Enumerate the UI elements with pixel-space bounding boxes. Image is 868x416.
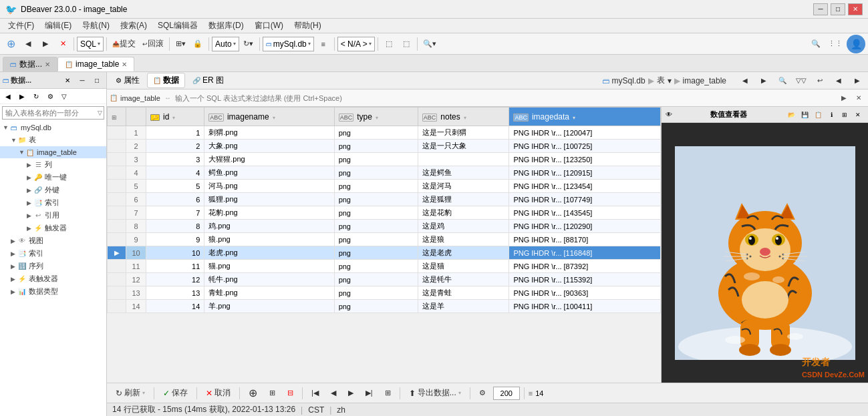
tree-item-datatypes[interactable]: ▶ 📊 数据类型: [0, 285, 106, 298]
sidebar-expand-button[interactable]: ▶: [15, 90, 29, 102]
save-button[interactable]: ✓ 保存: [158, 386, 192, 401]
navigate-forward-button[interactable]: ▶: [756, 73, 772, 89]
sidebar-config-button[interactable]: ⚙: [43, 90, 57, 102]
cancel-button[interactable]: ✕ 取消: [201, 386, 235, 401]
th-notes[interactable]: ABC notes ▾: [418, 108, 509, 126]
table-row[interactable]: 1414羊.pngpng这是羊PNG IHDR \r... [100411]: [108, 300, 661, 313]
tab-image-table[interactable]: 📋 image_table ✕: [57, 57, 134, 71]
menubar-item[interactable]: 文件(F): [3, 19, 39, 33]
navigate-back-button[interactable]: ◀: [737, 73, 753, 89]
tree-item-columns[interactable]: ▶ ☰ 列: [0, 158, 106, 171]
row-delete-button[interactable]: ⊟: [283, 386, 298, 401]
table-row[interactable]: 66狐狸.pngpng这是狐狸PNG IHDR \r... [107749]: [108, 193, 661, 206]
table-row[interactable]: 99狼.pngpng这是狼PNG IHDR \r... [88170]: [108, 233, 661, 246]
tx-button2[interactable]: ⬚: [398, 36, 414, 52]
navigate-prev-button[interactable]: ◀: [831, 73, 847, 89]
navigate-next-button[interactable]: ▶: [849, 73, 865, 89]
table-row[interactable]: 77花豹.pngpng这是花豹PNG IHDR \r... [143545]: [108, 206, 661, 220]
new-button[interactable]: ⊕: [3, 36, 19, 52]
next-page-button[interactable]: ▶: [343, 386, 358, 401]
sidebar-refresh-button[interactable]: ↻: [29, 90, 43, 102]
menubar-item[interactable]: 编辑(E): [39, 19, 77, 33]
filter-input[interactable]: [175, 94, 835, 102]
auto-dropdown[interactable]: Auto ▾: [212, 37, 239, 51]
table-row[interactable]: 44鳄鱼.pngpng这是鳄鱼PNG IHDR \r... [120915]: [108, 166, 661, 180]
menubar-item[interactable]: 搜索(A): [115, 19, 152, 33]
tree-item-index[interactable]: ▶ 📑 索引: [0, 196, 106, 209]
table-row[interactable]: 33大猩猩.pngpngPNG IHDR \r... [123250]: [108, 153, 661, 166]
first-page-button[interactable]: |◀: [307, 386, 323, 401]
vv-copy-button[interactable]: 📋: [812, 110, 824, 120]
row-add-button[interactable]: ⊕: [244, 386, 262, 401]
sidebar-search-input[interactable]: [5, 109, 98, 117]
refresh-toolbar-button[interactable]: ↻▾: [241, 36, 257, 52]
menubar-item[interactable]: 帮助(H): [289, 19, 327, 33]
close-button[interactable]: ✕: [848, 3, 863, 15]
table-row[interactable]: 1212牦牛.pngpng这是牦牛PNG IHDR \r... [115392]: [108, 273, 661, 286]
schema-dropdown[interactable]: < N/A > ▾: [337, 37, 375, 51]
sidebar-filter-button[interactable]: ▽: [57, 90, 71, 102]
row-copy-button[interactable]: ⊞: [265, 386, 280, 401]
tab-data-close[interactable]: ✕: [45, 61, 50, 68]
user-avatar[interactable]: 👤: [847, 35, 865, 53]
sidebar-close-button[interactable]: ✕: [61, 74, 74, 86]
tree-item-tables[interactable]: ▼ 📁 表: [0, 134, 106, 146]
tab-image-close[interactable]: ✕: [122, 61, 127, 68]
table-row[interactable]: 1313青蛙.pngpng这是青蛙PNG IHDR \r... [90363]: [108, 286, 661, 300]
filter-apply-button[interactable]: ▶: [837, 92, 851, 104]
global-search-button[interactable]: 🔍: [808, 36, 824, 52]
maximize-button[interactable]: □: [831, 3, 845, 15]
search-button[interactable]: 🔍▾: [420, 36, 439, 52]
db-action-button[interactable]: ≡: [315, 36, 331, 52]
tree-item-views[interactable]: ▶ 👁 视图: [0, 234, 106, 247]
filter-btn1[interactable]: 🔍: [774, 73, 790, 89]
tab-data[interactable]: 🗃 数据... ✕: [3, 57, 57, 71]
table-row[interactable]: 22大象.pngpng这是一只大象PNG IHDR \r... [100725]: [108, 140, 661, 153]
refresh-button[interactable]: ↻ 刷新 ▾: [111, 386, 150, 401]
sidebar-collapse-button[interactable]: ◀: [1, 90, 15, 102]
tx-button1[interactable]: ⬚: [381, 36, 397, 52]
lock-button[interactable]: 🔒: [190, 36, 206, 52]
stop-button[interactable]: ✕: [55, 36, 71, 52]
minimize-button[interactable]: ─: [813, 3, 828, 15]
th-id[interactable]: 🔑 id ▾: [146, 108, 204, 126]
tree-item-unique[interactable]: ▶ 🔑 唯一键: [0, 171, 106, 184]
count-button[interactable]: ⊞: [380, 386, 396, 401]
forward-button[interactable]: ▶: [37, 36, 53, 52]
tree-item-table-triggers[interactable]: ▶ ⚡ 表触发器: [0, 272, 106, 285]
sidebar-max-button[interactable]: □: [90, 74, 104, 86]
settings-button[interactable]: ⋮⋮: [825, 36, 845, 52]
vv-save-button[interactable]: 💾: [799, 110, 811, 120]
sidebar-pin-button[interactable]: ─: [76, 74, 89, 86]
table-row[interactable]: 55河马.pngpng这是河马PNG IHDR \r... [123454]: [108, 180, 661, 193]
vv-close-button[interactable]: ✕: [852, 110, 864, 120]
vv-info-button[interactable]: ℹ: [825, 110, 837, 120]
filter-btn3[interactable]: ↩: [812, 73, 828, 89]
tree-item-mysqldb[interactable]: ▼ 🗃 mySql.db: [0, 122, 106, 134]
tree-item-indexes[interactable]: ▶ 📑 索引: [0, 247, 106, 260]
tree-item-trigger[interactable]: ▶ ⚡ 触发器: [0, 222, 106, 234]
table-row[interactable]: 1111猫.pngpng这是猫PNG IHDR \r... [87392]: [108, 260, 661, 273]
table-row[interactable]: ▶1010老虎.pngpng这是老虎PNG IHDR \r... [116848…: [108, 246, 661, 260]
submit-button[interactable]: 📤 提交: [110, 36, 138, 52]
menubar-item[interactable]: 导航(N): [77, 19, 115, 33]
menubar-item[interactable]: SQL编辑器: [152, 19, 203, 33]
settings-bottom-button[interactable]: ⚙: [474, 386, 490, 401]
tree-item-image-table[interactable]: ▼ 📋 image_table: [0, 146, 106, 158]
tree-item-sequences[interactable]: ▶ 🔢 序列: [0, 260, 106, 272]
db-type-dropdown[interactable]: ▾: [668, 76, 672, 85]
table-row[interactable]: 11刺猬.pngpng这是一只刺猬PNG IHDR \r... [120047]: [108, 126, 661, 140]
filter-btn2[interactable]: ▽▽: [793, 73, 809, 89]
last-page-button[interactable]: ▶|: [361, 386, 378, 401]
db-dropdown[interactable]: 🗃 mySql.db ▾: [263, 37, 314, 51]
menubar-item[interactable]: 数据库(D): [203, 19, 249, 33]
filter-clear-button[interactable]: ✕: [852, 92, 865, 104]
vv-panel-button[interactable]: ⊞: [839, 110, 851, 120]
sql-dropdown[interactable]: SQL ▾: [77, 37, 104, 51]
tab-er[interactable]: 🔗 ER 图: [186, 73, 230, 88]
page-size-input[interactable]: [493, 387, 520, 400]
th-type[interactable]: ABC type ▾: [334, 108, 418, 126]
vv-open-button[interactable]: 📂: [785, 110, 797, 120]
th-imagename[interactable]: ABC imagename ▾: [204, 108, 334, 126]
export-button[interactable]: ⬆ 导出数据... ▾: [404, 386, 466, 401]
